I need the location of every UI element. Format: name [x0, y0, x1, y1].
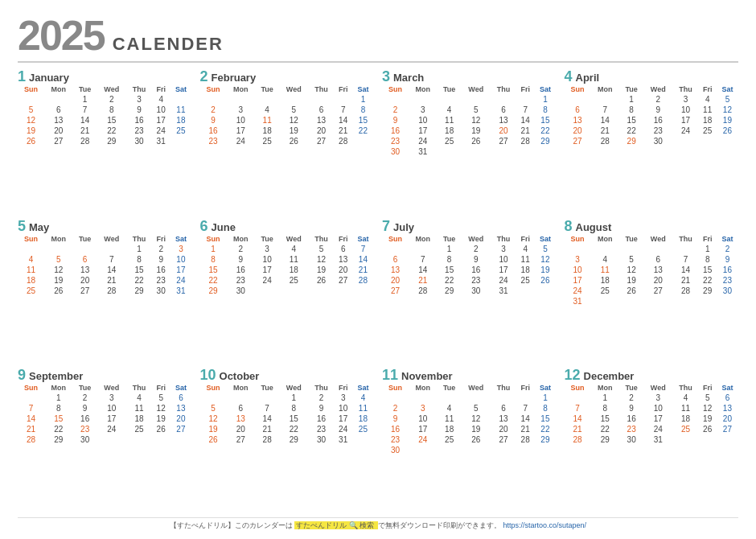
day-cell: 14	[18, 414, 44, 424]
day-cell: 29	[699, 286, 717, 296]
footer-text3: で無料ダウンロード印刷ができます。	[378, 521, 501, 529]
month-num-3: 3	[382, 69, 390, 84]
day-cell: 8	[534, 105, 556, 115]
day-cell: 25	[438, 434, 462, 445]
day-cell: 31	[170, 286, 191, 296]
day-cell: 13	[491, 115, 516, 125]
day-header-Wed: Wed	[462, 84, 491, 94]
day-header-Thu: Thu	[126, 234, 152, 244]
day-cell	[352, 286, 374, 296]
day-header-Sat: Sat	[534, 383, 556, 393]
day-cell: 15	[699, 265, 717, 275]
day-cell: 2	[643, 94, 673, 105]
day-header-Thu: Thu	[309, 383, 335, 393]
day-cell: 15	[534, 414, 556, 424]
day-cell: 4	[18, 254, 44, 265]
footer-search-icon[interactable]: 🔍	[349, 521, 358, 529]
page-header: 2025 CALENDER	[18, 14, 738, 56]
day-cell: 6	[309, 105, 335, 115]
day-header-Wed: Wed	[279, 383, 309, 393]
day-header-Wed: Wed	[462, 234, 491, 244]
day-header-Sun: Sun	[382, 383, 409, 393]
day-cell	[590, 94, 619, 105]
day-cell	[699, 136, 717, 146]
month-4: 4AprilSunMonTueWedThuFriSat1234567891011…	[565, 69, 739, 216]
day-header-Thu: Thu	[673, 383, 699, 393]
day-cell: 14	[97, 265, 127, 275]
day-header-Wed: Wed	[462, 383, 491, 393]
day-cell: 18	[18, 275, 44, 286]
day-cell: 24	[152, 125, 170, 136]
day-cell: 25	[699, 125, 717, 136]
day-cell: 27	[382, 286, 409, 296]
day-header-Tue: Tue	[73, 234, 97, 244]
day-header-Sat: Sat	[352, 84, 374, 94]
day-cell: 22	[97, 125, 127, 136]
day-header-Sun: Sun	[200, 84, 227, 94]
day-cell: 13	[309, 115, 335, 125]
day-cell: 6	[565, 105, 591, 115]
month-2: 2FebruarySunMonTueWedThuFriSat1234567891…	[200, 69, 375, 216]
header-divider	[18, 61, 738, 63]
day-cell	[516, 146, 534, 157]
day-header-Mon: Mon	[44, 234, 73, 244]
day-cell: 5	[462, 403, 491, 414]
day-cell: 27	[565, 136, 591, 146]
day-cell: 27	[491, 434, 516, 445]
day-cell: 21	[335, 125, 352, 136]
day-cell: 30	[126, 136, 152, 146]
day-cell: 3	[335, 393, 352, 403]
day-cell: 5	[152, 393, 170, 403]
calender-title: CALENDER	[113, 34, 224, 55]
footer-link1[interactable]: すたぺんドリル	[296, 521, 347, 529]
day-cell: 3	[255, 244, 279, 254]
day-cell: 3	[409, 403, 438, 414]
day-cell: 10	[226, 115, 255, 125]
month-7: 7JulySunMonTueWedThuFriSat12345678910111…	[382, 219, 557, 365]
day-cell: 5	[44, 254, 73, 265]
month-num-9: 9	[18, 368, 26, 382]
day-header-Sun: Sun	[18, 234, 44, 244]
footer-link2[interactable]: https://startoo.co/sutapen/	[503, 521, 587, 529]
day-cell: 1	[438, 244, 462, 254]
day-cell	[673, 296, 699, 307]
day-cell: 29	[126, 286, 152, 296]
day-cell: 10	[409, 115, 438, 125]
day-cell: 22	[438, 275, 462, 286]
day-cell: 18	[126, 414, 152, 424]
day-cell: 24	[409, 434, 438, 445]
day-cell: 9	[717, 254, 738, 265]
day-cell: 15	[619, 115, 643, 125]
day-header-Mon: Mon	[590, 383, 619, 393]
day-cell: 7	[673, 254, 699, 265]
day-header-Sun: Sun	[382, 84, 409, 94]
day-cell: 6	[73, 254, 97, 265]
day-cell: 1	[73, 94, 97, 105]
day-cell: 5	[18, 105, 44, 115]
day-cell: 10	[152, 105, 170, 115]
day-cell: 4	[699, 94, 717, 105]
day-cell	[18, 393, 44, 403]
day-cell	[534, 146, 556, 157]
day-cell	[590, 296, 619, 307]
day-cell: 25	[590, 286, 619, 296]
day-cell: 26	[309, 275, 335, 286]
day-cell: 28	[590, 136, 619, 146]
day-cell	[717, 296, 738, 307]
day-cell: 15	[534, 115, 556, 125]
day-cell	[462, 393, 491, 403]
day-cell: 10	[673, 105, 699, 115]
day-cell	[516, 445, 534, 455]
day-cell	[699, 296, 717, 307]
day-header-Fri: Fri	[699, 234, 717, 244]
day-cell: 8	[126, 254, 152, 265]
footer: 【すたぺんドリル】このカレンダーは すたぺんドリル 🔍 検索 で無料ダウンロード…	[18, 517, 738, 531]
day-header-Tue: Tue	[619, 234, 643, 244]
day-cell: 29	[590, 434, 619, 445]
day-cell	[152, 434, 170, 445]
day-cell: 18	[438, 424, 462, 434]
day-cell: 25	[170, 125, 191, 136]
day-header-Sun: Sun	[200, 383, 227, 393]
day-header-Wed: Wed	[643, 234, 673, 244]
day-cell: 5	[279, 105, 309, 115]
